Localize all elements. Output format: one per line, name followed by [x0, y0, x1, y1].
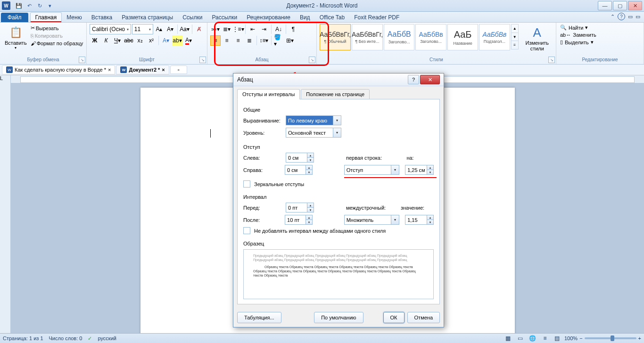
font-launcher[interactable]: ↘: [199, 57, 206, 63]
paste-button[interactable]: 📋 Вставить ▾: [3, 24, 29, 57]
view-full-screen-icon[interactable]: ▭: [515, 333, 526, 343]
clipboard-launcher[interactable]: ↘: [79, 57, 85, 63]
show-marks-icon[interactable]: ¶: [288, 24, 298, 34]
styles-scroll-up[interactable]: ▲: [512, 24, 518, 33]
redo-icon[interactable]: ↻: [35, 1, 44, 10]
tab-mailings[interactable]: Рассылки: [207, 13, 242, 22]
styles-scroll-down[interactable]: ▼: [512, 33, 518, 41]
status-words[interactable]: Число слов: 0: [49, 335, 83, 341]
paragraph-launcher[interactable]: ↘: [309, 57, 315, 63]
shrink-font-icon[interactable]: A▾: [165, 24, 175, 34]
italic-icon[interactable]: К: [101, 35, 111, 46]
close-button[interactable]: ✕: [628, 1, 642, 10]
align-right-icon[interactable]: ≡: [233, 35, 243, 46]
undo-icon[interactable]: ↶: [25, 1, 34, 10]
sort-icon[interactable]: A↓: [273, 24, 284, 34]
dialog-titlebar[interactable]: Абзац ? ✕: [233, 74, 444, 86]
mirror-indents-checkbox[interactable]: [243, 180, 250, 188]
view-outline-icon[interactable]: ≡: [540, 333, 550, 343]
numbering-icon[interactable]: ≣▾: [222, 24, 232, 34]
new-doctab[interactable]: ▫: [170, 65, 187, 74]
file-tab[interactable]: Файл: [1, 13, 28, 22]
doctab-close-icon[interactable]: ×: [108, 67, 111, 73]
increase-indent-icon[interactable]: ⇥: [259, 24, 269, 34]
styles-launcher[interactable]: ↘: [548, 57, 555, 63]
view-print-layout-icon[interactable]: ▦: [503, 333, 513, 343]
shading-icon[interactable]: 🪣▾: [273, 35, 284, 46]
qat-dropdown-icon[interactable]: ▾: [45, 1, 55, 10]
tab-insert[interactable]: Вставка: [87, 13, 117, 22]
tab-page-layout[interactable]: Разметка страницы: [117, 13, 178, 22]
zoom-in-icon[interactable]: +: [638, 335, 641, 341]
font-size-combo[interactable]: 11▾: [132, 24, 153, 34]
tab-home[interactable]: Главная: [30, 12, 62, 22]
tab-view[interactable]: Вид: [295, 13, 315, 22]
superscript-icon[interactable]: x²: [146, 35, 157, 46]
style-heading2[interactable]: АаБбВвЗаголово...: [415, 24, 446, 50]
no-space-checkbox[interactable]: [243, 227, 250, 234]
find-button[interactable]: 🔍Найти ▾: [559, 24, 641, 31]
window-icon-2[interactable]: ▭: [636, 14, 640, 20]
bullets-icon[interactable]: ≔▾: [210, 24, 221, 34]
style-no-spacing[interactable]: АаБбВвГг,¶ Без инте...: [352, 24, 383, 50]
after-spin[interactable]: 10 пт▲▼: [285, 215, 313, 225]
indent-left-spin[interactable]: 0 см▲▼: [286, 153, 314, 163]
before-spin[interactable]: 0 пт▲▼: [286, 203, 314, 212]
status-language[interactable]: русский: [98, 335, 116, 341]
line-spacing-combo[interactable]: Множитель▾: [344, 215, 400, 225]
highlight-icon[interactable]: ab▾: [172, 35, 182, 46]
tabs-button[interactable]: Табуляция...: [237, 312, 281, 323]
maximize-button[interactable]: ▢: [613, 1, 627, 10]
ok-button[interactable]: ОК: [383, 312, 405, 323]
line-spacing-icon[interactable]: ↕≡▾: [259, 35, 269, 46]
dialog-help-button[interactable]: ?: [408, 75, 419, 84]
borders-icon[interactable]: ⊞▾: [285, 35, 295, 46]
tab-review[interactable]: Рецензирование: [242, 13, 295, 22]
style-title[interactable]: АаБНазвание: [447, 24, 478, 50]
vertical-ruler[interactable]: [0, 83, 11, 334]
font-name-combo[interactable]: Calibri (Осно▾: [90, 24, 131, 34]
replace-button[interactable]: ab↔Заменить: [559, 32, 641, 38]
window-icon[interactable]: ▭: [628, 14, 633, 20]
style-heading1[interactable]: АаБбВЗаголово...: [384, 24, 414, 50]
indent-right-spin[interactable]: 0 см▲▼: [285, 165, 313, 175]
subscript-icon[interactable]: x₂: [135, 35, 145, 46]
text-effects-icon[interactable]: A▾: [161, 35, 171, 46]
decrease-indent-icon[interactable]: ⇤: [248, 24, 258, 34]
style-normal[interactable]: АаБбВвГг,¶ Обычный: [320, 24, 351, 50]
tab-indents-spacing[interactable]: Отступы и интервалы: [237, 89, 300, 99]
cut-button[interactable]: ✂Вырезать: [31, 25, 83, 31]
multilevel-icon[interactable]: ⋮≡▾: [233, 24, 243, 34]
copy-button[interactable]: ⎘Копировать: [31, 33, 83, 39]
help-icon[interactable]: ?: [618, 13, 625, 20]
save-icon[interactable]: 💾: [14, 1, 24, 10]
font-color-icon[interactable]: A▾: [183, 35, 194, 46]
strike-icon[interactable]: abc: [124, 35, 134, 46]
align-left-icon[interactable]: ≡: [210, 35, 221, 46]
doctab-1[interactable]: WКак сделать красную строку в Ворде *×: [2, 65, 115, 74]
default-button[interactable]: По умолчанию: [314, 312, 363, 323]
tab-foxit[interactable]: Foxit Reader PDF: [349, 13, 404, 22]
zoom-out-icon[interactable]: −: [579, 335, 582, 341]
doctab-2[interactable]: WДокумент2 *×: [116, 65, 169, 74]
alignment-combo[interactable]: По левому краю▾: [286, 115, 341, 125]
justify-icon[interactable]: ≣: [244, 35, 255, 46]
first-line-by-spin[interactable]: 1,25 см▲▼: [405, 165, 434, 175]
dialog-close-button[interactable]: ✕: [420, 75, 440, 84]
minimize-ribbon-icon[interactable]: ⌃: [611, 14, 615, 20]
first-line-combo[interactable]: Отступ▾: [344, 165, 400, 175]
change-case-icon[interactable]: Aa▾: [180, 24, 190, 34]
tab-references[interactable]: Ссылки: [178, 13, 207, 22]
level-combo[interactable]: Основной текст▾: [286, 128, 341, 138]
align-center-icon[interactable]: ≡: [222, 35, 232, 46]
format-painter-button[interactable]: 🖌Формат по образцу: [31, 41, 83, 46]
cancel-button[interactable]: Отмена: [407, 312, 440, 323]
change-styles-button[interactable]: A Изменить стили: [521, 24, 553, 52]
zoom-level[interactable]: 100%: [564, 335, 578, 341]
tab-office-tab[interactable]: Office Tab: [315, 13, 350, 22]
grow-font-icon[interactable]: A▴: [154, 24, 164, 34]
style-subtitle[interactable]: АаБбВвПодзагол...: [479, 24, 510, 50]
doctab-close-icon[interactable]: ×: [162, 67, 165, 73]
status-page[interactable]: Страница: 1 из 1: [3, 335, 43, 341]
select-button[interactable]: ▯Выделить ▾: [559, 39, 641, 46]
